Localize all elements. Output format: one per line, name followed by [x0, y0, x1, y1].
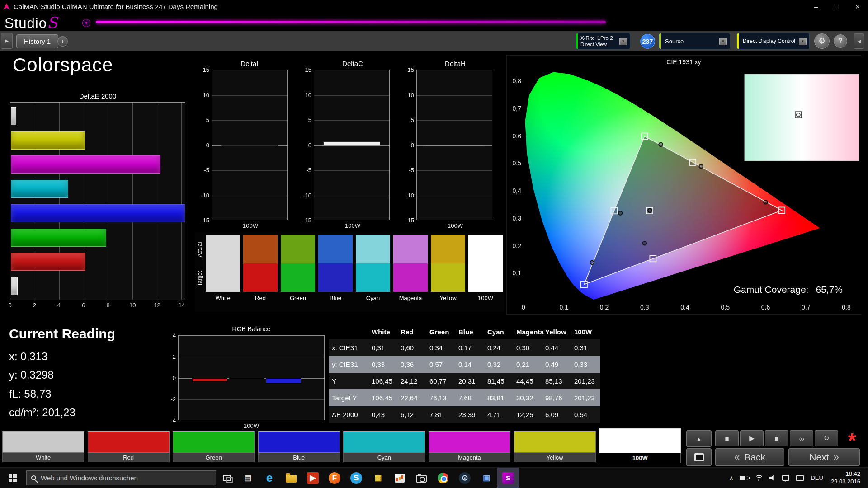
y-tick: -2	[170, 396, 176, 403]
taskbar-edge-icon[interactable]: e	[259, 468, 280, 488]
x-axis-label: 100W	[417, 222, 493, 229]
back-button[interactable]: «Back	[715, 448, 784, 466]
meter-badge[interactable]: 237	[640, 34, 655, 49]
collapse-panel-button[interactable]: ◀	[854, 33, 864, 49]
plot-area	[314, 70, 390, 220]
actual-row-label: Actual	[197, 235, 203, 263]
deltaC-bar	[323, 141, 380, 145]
taskbar-camera-icon[interactable]	[410, 468, 432, 488]
save-button[interactable]: ▣	[765, 430, 788, 446]
taskbar-calman-icon[interactable]: S	[497, 468, 519, 488]
battery-icon[interactable]	[736, 468, 751, 488]
cie-measured-green	[659, 143, 662, 146]
gamut-coverage-value: 65,7%	[816, 284, 843, 295]
play-button[interactable]: ▶	[740, 430, 764, 446]
logo-swirl-icon: S	[47, 14, 58, 32]
error-asterisk-icon: *	[841, 427, 863, 449]
save-icon: ▣	[774, 434, 780, 442]
taskbar-firefox-icon[interactable]: F	[324, 468, 345, 488]
clock[interactable]: 18:42 29.03.2016	[826, 470, 865, 486]
patch-100w[interactable]: 100W	[599, 428, 681, 463]
maximize-button[interactable]: □	[826, 0, 847, 13]
taskbar: Web und Windows durchsuchen ▤e▶FS▦⊙▣S ∧ …	[0, 467, 868, 488]
taskbar-store-icon[interactable]: ▤	[237, 468, 259, 488]
patch-blue[interactable]: Blue	[258, 431, 340, 462]
layout-flyout-button[interactable]: ▶	[1, 33, 13, 49]
language-indicator[interactable]: DEU	[807, 468, 826, 488]
x-tick: 2	[33, 302, 36, 309]
taskbar-media-player-icon[interactable]: ▶	[302, 468, 324, 488]
next-button[interactable]: Next»	[788, 448, 860, 466]
action-center-icon[interactable]	[779, 468, 793, 488]
logo-dropdown-icon[interactable]: ▼	[82, 19, 90, 27]
start-button[interactable]	[0, 468, 25, 488]
file-explorer-glyph	[286, 475, 297, 483]
expand-button[interactable]: ▲	[686, 430, 712, 447]
play-icon: ▶	[749, 434, 755, 442]
task-view-button[interactable]	[216, 468, 237, 488]
search-input[interactable]: Web und Windows durchsuchen	[26, 470, 216, 485]
swatch-strip: Actual Target WhiteRedGreenBlueCyanMagen…	[195, 232, 504, 312]
edge-glyph: e	[264, 472, 275, 484]
notes-glyph: ▦	[372, 472, 384, 484]
chevron-down-icon: ▼	[619, 38, 627, 45]
touch-keyboard-icon[interactable]	[793, 468, 807, 488]
taskbar-file-explorer-icon[interactable]	[280, 468, 302, 488]
taskbar-notes-icon[interactable]: ▦	[367, 468, 389, 488]
tab-history-1[interactable]: History 1	[16, 34, 58, 48]
deltaH-chart: DeltaH 151050-5-10-15 100W	[404, 60, 497, 229]
y-tick: 4	[173, 332, 176, 339]
close-button[interactable]: ×	[847, 0, 868, 13]
show-desktop-button[interactable]	[865, 468, 868, 488]
patch-white[interactable]: White	[2, 431, 84, 462]
rgb-bar-blue	[266, 378, 301, 384]
y-tick: -5	[409, 167, 414, 174]
rgb-bar-red	[192, 378, 227, 382]
deltaC-chart: DeltaC 151050-5-10-15 100W	[301, 60, 394, 229]
hidden-icons-button[interactable]: ∧	[726, 468, 737, 488]
patch-red[interactable]: Red	[88, 431, 170, 462]
taskbar-steam-icon[interactable]: ⊙	[454, 468, 476, 488]
meter-dropdown[interactable]: X-Rite i1Pro 2 Direct View ▼	[576, 33, 630, 49]
patch-magenta[interactable]: Magenta	[429, 431, 510, 462]
swatch-100w: 100W	[468, 235, 503, 301]
patch-green[interactable]: Green	[173, 431, 255, 462]
help-button[interactable]: ?	[834, 34, 847, 48]
deltae2000-x-axis: 02468101214	[10, 302, 185, 311]
volume-icon[interactable]	[766, 468, 779, 488]
deltaL-bar	[221, 145, 278, 146]
source-dropdown[interactable]: Source ▼	[659, 33, 730, 49]
refresh-button[interactable]: ↻	[815, 430, 838, 446]
y-tick: 2	[173, 353, 176, 360]
system-tray: ∧ DEU 18:42 29.03.2016	[726, 468, 868, 488]
display-control-dropdown[interactable]: Direct Display Control ▼	[736, 33, 810, 49]
stop-button[interactable]: ■	[715, 430, 739, 446]
store-glyph: ▤	[242, 472, 254, 484]
network-icon[interactable]	[751, 468, 766, 488]
y-tick: 0	[308, 141, 311, 148]
y-tick: -10	[406, 192, 414, 198]
add-tab-button[interactable]: +	[57, 36, 68, 47]
deltae-bar-white	[11, 107, 16, 125]
deltae-bar-red	[11, 253, 85, 271]
settings-button[interactable]: ⚙	[814, 33, 830, 49]
minimize-button[interactable]: –	[806, 0, 826, 13]
expand-icon: ▲	[697, 436, 702, 441]
pattern-window-button[interactable]	[686, 448, 712, 466]
reading-cdm2: cd/m²: 201,23	[9, 403, 115, 422]
patch-cyan[interactable]: Cyan	[343, 431, 425, 462]
table-row: ΔE 20000,436,127,8123,394,7112,256,090,5…	[329, 406, 600, 423]
patch-yellow[interactable]: Yellow	[514, 431, 596, 462]
deltae-bar-blue	[11, 204, 185, 222]
deltae-bar-yellow	[11, 131, 85, 150]
taskbar-steps-recorder-icon[interactable]	[389, 468, 410, 488]
taskbar-skype-icon[interactable]: S	[345, 468, 367, 488]
title-bar: CalMAN Studio CalMAN Ultimate for Busine…	[0, 0, 868, 13]
deltae2000-chart: DeltaE 2000 02468101214	[10, 92, 185, 311]
refresh-icon: ↻	[824, 434, 830, 442]
task-view-icon	[223, 475, 231, 481]
media-player-glyph: ▶	[307, 472, 319, 484]
continuous-measure-button[interactable]: ∞	[790, 430, 813, 446]
taskbar-chrome-icon[interactable]	[432, 468, 454, 488]
taskbar-photos-icon[interactable]: ▣	[476, 468, 497, 488]
